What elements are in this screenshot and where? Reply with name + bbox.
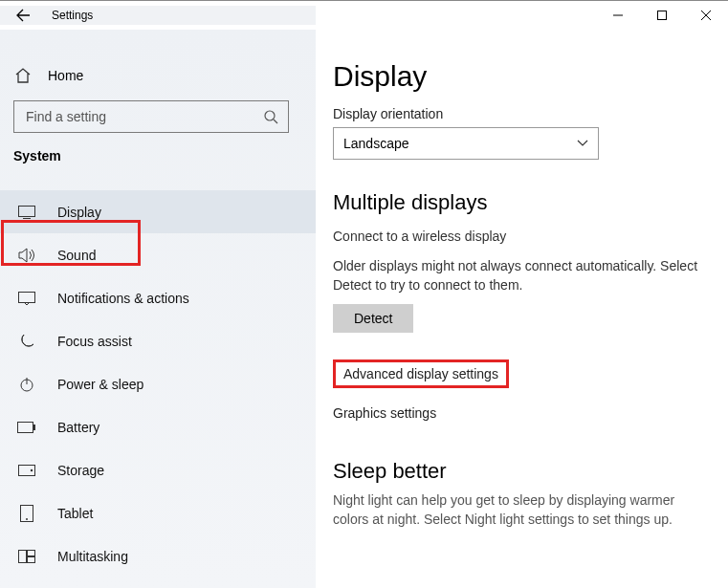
sidebar-item-sound[interactable]: Sound	[0, 233, 316, 276]
maximize-icon	[657, 11, 667, 20]
close-icon	[701, 11, 711, 20]
sidebar-item-label: Multitasking	[57, 549, 128, 564]
sidebar: Home System Display	[0, 30, 316, 588]
svg-rect-17	[28, 556, 35, 562]
svg-line-3	[274, 120, 277, 123]
arrow-left-icon	[15, 8, 31, 23]
sidebar-group-label: System	[0, 144, 316, 171]
sidebar-item-label: Power & sleep	[57, 377, 143, 392]
chevron-down-icon	[577, 140, 588, 147]
sidebar-item-tablet[interactable]: Tablet	[0, 491, 316, 534]
svg-point-14	[26, 518, 28, 520]
notifications-icon	[17, 292, 36, 305]
sidebar-item-focus-assist[interactable]: Focus assist	[0, 319, 316, 362]
search-icon	[263, 109, 278, 124]
svg-rect-1	[658, 11, 667, 20]
svg-rect-9	[18, 422, 33, 432]
minimize-icon	[613, 11, 623, 20]
advanced-display-settings-link[interactable]: Advanced display settings	[343, 366, 498, 381]
minimize-button[interactable]	[596, 1, 640, 30]
sidebar-item-label: Storage	[57, 463, 104, 478]
multitasking-icon	[17, 550, 36, 563]
search-container	[0, 95, 316, 144]
orientation-label: Display orientation	[333, 106, 705, 121]
svg-rect-16	[28, 550, 35, 555]
focus-assist-icon	[17, 333, 36, 350]
sound-icon	[17, 248, 36, 263]
search-input[interactable]	[24, 108, 263, 125]
sidebar-item-storage[interactable]: Storage	[0, 448, 316, 491]
sidebar-item-label: Notifications & actions	[57, 291, 189, 306]
sidebar-item-display[interactable]: Display	[0, 190, 316, 233]
home-icon	[13, 67, 33, 84]
display-icon	[17, 206, 36, 219]
home-label: Home	[48, 68, 83, 83]
window-title: Settings	[52, 9, 93, 22]
sidebar-item-notifications[interactable]: Notifications & actions	[0, 276, 316, 319]
main-area: Home System Display	[0, 30, 728, 588]
page-title: Display	[333, 60, 705, 93]
sidebar-item-label: Focus assist	[57, 334, 132, 349]
power-icon	[17, 377, 36, 392]
storage-icon	[17, 465, 36, 476]
sleep-help-text: Night light can help you get to sleep by…	[333, 491, 705, 529]
svg-rect-6	[19, 292, 35, 302]
graphics-settings-link[interactable]: Graphics settings	[333, 405, 705, 421]
svg-rect-10	[33, 425, 35, 430]
content-pane: Display Display orientation Landscape Mu…	[316, 30, 728, 588]
sidebar-item-power-sleep[interactable]: Power & sleep	[0, 362, 316, 405]
maximize-button[interactable]	[640, 1, 684, 30]
detect-help-text: Older displays might not always connect …	[333, 257, 705, 294]
detect-button[interactable]: Detect	[333, 304, 413, 333]
sidebar-item-label: Sound	[57, 248, 96, 263]
sidebar-item-multitasking[interactable]: Multitasking	[0, 534, 316, 577]
sidebar-item-label: Battery	[57, 420, 99, 435]
sleep-better-title: Sleep better	[333, 459, 705, 484]
sidebar-item-battery[interactable]: Battery	[0, 405, 316, 448]
orientation-value: Landscape	[343, 136, 409, 151]
multiple-displays-title: Multiple displays	[333, 190, 705, 215]
svg-point-12	[31, 468, 33, 470]
wireless-display-link[interactable]: Connect to a wireless display	[333, 229, 705, 244]
tablet-icon	[17, 505, 36, 522]
settings-window: Settings Home	[0, 0, 728, 588]
sidebar-item-label: Tablet	[57, 506, 93, 521]
close-button[interactable]	[684, 1, 728, 30]
search-box[interactable]	[13, 100, 289, 133]
titlebar: Settings	[0, 1, 728, 30]
orientation-dropdown[interactable]: Landscape	[333, 127, 599, 160]
sidebar-item-label: Display	[57, 205, 101, 220]
annotation-highlight-advanced: Advanced display settings	[333, 359, 509, 388]
svg-rect-4	[19, 206, 35, 216]
battery-icon	[17, 422, 36, 433]
svg-point-2	[265, 111, 275, 120]
sidebar-home[interactable]: Home	[0, 56, 316, 95]
back-button[interactable]	[13, 6, 33, 25]
svg-rect-15	[19, 550, 27, 562]
titlebar-left: Settings	[0, 6, 596, 25]
